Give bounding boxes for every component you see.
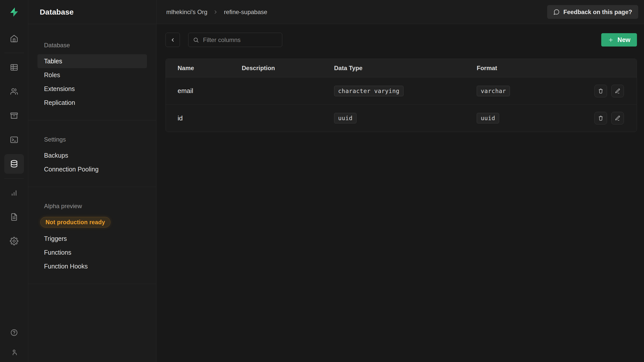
- user-icon: [10, 348, 18, 356]
- cell-data-type: character varying: [334, 86, 477, 96]
- feedback-label: Feedback on this page?: [564, 9, 632, 16]
- database-icon: [10, 160, 18, 168]
- trash-icon: [598, 88, 604, 94]
- cell-name: email: [166, 87, 242, 95]
- rail-item-reports[interactable]: [4, 183, 24, 203]
- rail-item-home[interactable]: [4, 29, 24, 48]
- columns-table: Name Description Data Type Format email …: [166, 59, 637, 132]
- cell-format: uuid: [477, 113, 594, 123]
- rail-item-database[interactable]: [4, 154, 24, 174]
- rail-item-auth[interactable]: [4, 82, 24, 101]
- sidebar-section-database: Tables Roles Extensions Replication: [37, 54, 147, 110]
- not-production-ready-badge: Not production ready: [41, 217, 110, 227]
- data-type-badge: character varying: [334, 86, 404, 96]
- rail-bottom-group: [4, 323, 24, 362]
- format-badge: varchar: [477, 86, 510, 96]
- rail-divider: [4, 53, 24, 53]
- sidebar-item-extensions[interactable]: Extensions: [37, 82, 147, 96]
- users-icon: [10, 87, 18, 96]
- sidebar-item-functions[interactable]: Functions: [37, 246, 147, 259]
- column-header-description: Description: [242, 65, 334, 72]
- bar-chart-icon: [10, 189, 18, 197]
- columns-toolbar: New: [166, 33, 637, 47]
- back-button[interactable]: [166, 33, 180, 47]
- help-circle-icon: [10, 329, 18, 336]
- delete-column-button[interactable]: [594, 112, 607, 124]
- new-column-button[interactable]: New: [601, 33, 637, 47]
- rail-item-docs[interactable]: [4, 207, 24, 227]
- archive-box-icon: [10, 111, 18, 120]
- speech-bubble-icon: [553, 9, 560, 15]
- sidebar-divider: [28, 284, 156, 284]
- top-header: mlhekinci's Org refine-supabase Feedback…: [156, 0, 644, 24]
- home-icon: [10, 34, 18, 43]
- column-header-name: Name: [166, 65, 242, 72]
- table-icon: [10, 63, 18, 72]
- table-header-row: Name Description Data Type Format: [166, 59, 637, 77]
- search-icon: [193, 37, 199, 43]
- trash-icon: [598, 115, 604, 121]
- breadcrumb-org[interactable]: mlhekinci's Org: [166, 9, 207, 16]
- rail-item-settings[interactable]: [4, 231, 24, 251]
- terminal-icon: [10, 135, 18, 144]
- cell-data-type: uuid: [334, 113, 477, 123]
- rail-item-help[interactable]: [4, 323, 24, 342]
- rail-item-sql-editor[interactable]: [4, 130, 24, 150]
- sidebar-section-settings: Backups Connection Pooling: [37, 149, 147, 176]
- rail-item-storage[interactable]: [4, 106, 24, 125]
- gear-icon: [10, 237, 18, 245]
- sidebar-item-connection-pooling[interactable]: Connection Pooling: [37, 162, 147, 176]
- plus-icon: [608, 37, 614, 43]
- supabase-logo[interactable]: [0, 0, 28, 24]
- chevron-right-icon: [213, 9, 218, 15]
- sidebar-divider: [28, 120, 156, 120]
- column-header-format: Format: [477, 65, 594, 72]
- sidebar-item-function-hooks[interactable]: Function Hooks: [37, 259, 147, 273]
- rail-item-table-editor[interactable]: [4, 58, 24, 77]
- cell-name: id: [166, 114, 242, 122]
- pencil-icon: [615, 88, 621, 94]
- table-row: email character varying varchar: [166, 77, 637, 105]
- columns-content: New Name Description Data Type Format em…: [156, 24, 644, 362]
- pencil-icon: [615, 115, 621, 121]
- sidebar-section-heading-settings: Settings: [44, 136, 147, 143]
- feedback-button[interactable]: Feedback on this page?: [547, 5, 638, 19]
- row-actions: [594, 85, 637, 97]
- sidebar-item-triggers[interactable]: Triggers: [37, 232, 147, 246]
- rail-divider: [4, 178, 24, 178]
- app-icon-rail: [0, 0, 28, 362]
- format-badge: uuid: [477, 113, 499, 123]
- database-sidebar: Database Tables Roles Extensions Replica…: [28, 24, 156, 362]
- delete-column-button[interactable]: [594, 85, 607, 97]
- sidebar-item-tables[interactable]: Tables: [37, 54, 147, 68]
- sidebar-section-heading-alpha-preview: Alpha preview: [44, 203, 147, 210]
- sidebar-section-alpha: Triggers Functions Function Hooks: [37, 232, 147, 273]
- cell-format: varchar: [477, 86, 594, 96]
- data-type-badge: uuid: [334, 113, 356, 123]
- column-header-data-type: Data Type: [334, 65, 477, 72]
- sidebar-item-replication[interactable]: Replication: [37, 96, 147, 110]
- edit-column-button[interactable]: [611, 112, 624, 124]
- filter-columns-search[interactable]: [188, 33, 282, 47]
- sidebar-section-heading-database: Database: [44, 42, 147, 49]
- rail-item-account[interactable]: [4, 342, 24, 362]
- supabase-database-page: { "header": { "page_title": "Database", …: [0, 0, 644, 362]
- breadcrumb-project[interactable]: refine-supabase: [224, 9, 267, 16]
- new-button-label: New: [618, 36, 630, 43]
- page-title: Database: [40, 8, 74, 16]
- row-actions: [594, 112, 637, 124]
- sidebar-item-backups[interactable]: Backups: [37, 149, 147, 162]
- sidebar-item-roles[interactable]: Roles: [37, 68, 147, 82]
- edit-column-button[interactable]: [611, 85, 624, 97]
- file-text-icon: [10, 213, 18, 221]
- panel-header: Database: [28, 0, 156, 24]
- table-row: id uuid uuid: [166, 105, 637, 132]
- chevron-left-icon: [170, 37, 176, 43]
- filter-columns-input[interactable]: [203, 36, 277, 43]
- supabase-bolt-icon: [8, 6, 20, 18]
- sidebar-divider: [28, 187, 156, 187]
